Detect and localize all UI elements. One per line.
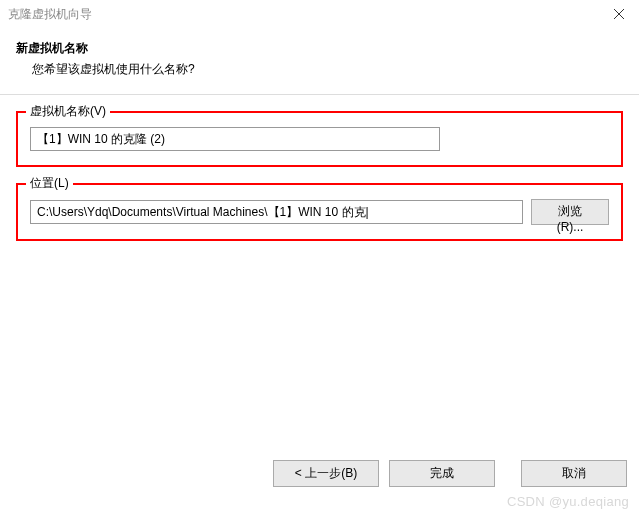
finish-button[interactable]: 完成 (389, 460, 495, 487)
cancel-button[interactable]: 取消 (521, 460, 627, 487)
wizard-footer: < 上一步(B) 完成 取消 (273, 460, 627, 487)
vm-name-label: 虚拟机名称(V) (26, 103, 110, 120)
page-subtitle: 您希望该虚拟机使用什么名称? (16, 61, 623, 78)
back-button[interactable]: < 上一步(B) (273, 460, 379, 487)
close-button[interactable] (599, 0, 639, 28)
watermark: CSDN @yu.deqiang (507, 494, 629, 509)
page-title: 新虚拟机名称 (16, 40, 623, 57)
window-title: 克隆虚拟机向导 (8, 6, 92, 23)
content-area: 虚拟机名称(V) 位置(L) 浏览(R)... (0, 95, 639, 273)
browse-button[interactable]: 浏览(R)... (531, 199, 609, 225)
vm-name-input[interactable] (30, 127, 440, 151)
wizard-header: 新虚拟机名称 您希望该虚拟机使用什么名称? (0, 28, 639, 94)
vm-location-label: 位置(L) (26, 175, 73, 192)
close-icon (614, 9, 624, 19)
vm-name-group: 虚拟机名称(V) (16, 111, 623, 167)
titlebar: 克隆虚拟机向导 (0, 0, 639, 28)
vm-location-group: 位置(L) 浏览(R)... (16, 183, 623, 241)
spacer (505, 460, 511, 487)
vm-location-input[interactable] (30, 200, 523, 224)
